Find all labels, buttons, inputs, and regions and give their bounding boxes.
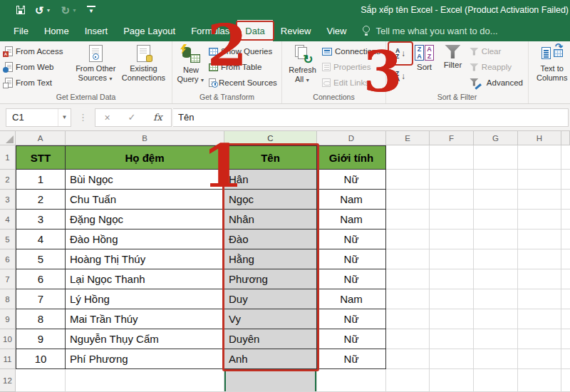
cancel-icon[interactable]: ×: [104, 112, 110, 123]
from-access-button[interactable]: A From Access: [3, 43, 73, 59]
cell-B6[interactable]: Hoàng Thị Thúy: [66, 249, 224, 269]
cell-A6[interactable]: 5: [16, 249, 66, 269]
cell-C2[interactable]: Hân: [224, 170, 317, 190]
col-header-E[interactable]: E: [386, 131, 430, 145]
cell-A4[interactable]: 3: [16, 210, 66, 229]
cell-F8[interactable]: [430, 289, 474, 309]
new-query-button[interactable]: New Query▼: [175, 43, 207, 85]
col-header-B[interactable]: B: [66, 131, 224, 145]
cell-C1[interactable]: Tên: [224, 145, 317, 170]
cell-H6[interactable]: [518, 249, 561, 269]
tab-page-layout[interactable]: Page Layout: [115, 20, 183, 41]
cell-A8[interactable]: 7: [16, 289, 66, 309]
sort-button[interactable]: ZA AZ Sort: [410, 43, 438, 72]
cell-G8[interactable]: [474, 289, 518, 309]
cell-E8[interactable]: [386, 289, 430, 309]
cell-A7[interactable]: 6: [16, 269, 66, 289]
cell-H5[interactable]: [518, 229, 561, 249]
row-header-11[interactable]: 11: [0, 349, 16, 369]
tab-view[interactable]: View: [318, 20, 354, 41]
cell-partial-10[interactable]: [561, 329, 570, 349]
cell-F2[interactable]: [430, 170, 474, 190]
cell-F3[interactable]: [430, 190, 474, 210]
cell-D9[interactable]: Nữ: [317, 309, 386, 329]
cell-partial-2[interactable]: [561, 170, 570, 190]
cell-H4[interactable]: [518, 210, 561, 229]
enter-check-icon[interactable]: ✓: [128, 112, 136, 123]
cell-G2[interactable]: [474, 170, 518, 190]
row-header-2[interactable]: 2: [0, 170, 16, 190]
properties-button[interactable]: Properties: [320, 59, 383, 75]
cell-A3[interactable]: 2: [16, 190, 66, 210]
cell-E3[interactable]: [386, 190, 430, 210]
name-box[interactable]: C1 ▼: [6, 108, 71, 127]
row-header-6[interactable]: 6: [0, 249, 16, 269]
formula-input[interactable]: Tên: [173, 108, 569, 127]
cell-E5[interactable]: [386, 229, 430, 249]
cell-G7[interactable]: [474, 269, 518, 289]
existing-connections-button[interactable]: Existing Connections: [118, 43, 169, 83]
cell-partial-4[interactable]: [561, 210, 570, 229]
edit-links-button[interactable]: Edit Links: [320, 75, 383, 91]
cell-C11[interactable]: Anh: [224, 349, 317, 369]
cell-C6[interactable]: Hằng: [224, 249, 317, 269]
cell-G12[interactable]: [474, 369, 518, 392]
cell-D4[interactable]: Nam: [317, 210, 386, 229]
cell-E10[interactable]: [386, 329, 430, 349]
cell-D5[interactable]: Nữ: [317, 229, 386, 249]
cell-G11[interactable]: [474, 349, 518, 369]
cell-C9[interactable]: Vy: [224, 309, 317, 329]
cell-B5[interactable]: Đào Hồng: [66, 229, 224, 249]
row-header-7[interactable]: 7: [0, 269, 16, 289]
cell-A10[interactable]: 9: [16, 329, 66, 349]
col-header-F[interactable]: F: [430, 131, 474, 145]
cell-B12[interactable]: [66, 369, 224, 392]
cell-partial-1[interactable]: [561, 145, 570, 170]
cell-E11[interactable]: [386, 349, 430, 369]
cell-B4[interactable]: Đặng Ngọc: [66, 210, 224, 229]
cell-partial-7[interactable]: [561, 269, 570, 289]
cell-E2[interactable]: [386, 170, 430, 190]
refresh-all-button[interactable]: ↻ Refresh All▼: [285, 43, 320, 85]
connections-button[interactable]: Connections: [320, 43, 383, 59]
advanced-filter-button[interactable]: Advanced: [467, 75, 525, 91]
cell-C5[interactable]: Đào: [224, 229, 317, 249]
cell-A1[interactable]: STT: [16, 145, 66, 170]
cell-F12[interactable]: [430, 369, 474, 392]
cell-A5[interactable]: 4: [16, 229, 66, 249]
cell-H3[interactable]: [518, 190, 561, 210]
cell-F1[interactable]: [430, 145, 474, 170]
cell-D1[interactable]: Giới tính: [317, 145, 386, 170]
filter-button[interactable]: Filter: [438, 43, 467, 70]
cell-partial-12[interactable]: [561, 369, 570, 392]
reapply-filter-button[interactable]: Reapply: [467, 59, 525, 75]
tab-review[interactable]: Review: [273, 20, 319, 41]
cell-C10[interactable]: Duyên: [224, 329, 317, 349]
cell-D12[interactable]: [317, 369, 386, 392]
row-header-8[interactable]: 8: [0, 289, 16, 309]
cell-B10[interactable]: Nguyễn Thụy Cẩm: [66, 329, 224, 349]
cell-C3[interactable]: Ngọc: [224, 190, 317, 210]
cell-A12[interactable]: [16, 369, 66, 392]
row-header-5[interactable]: 5: [0, 229, 16, 249]
tab-file[interactable]: File: [6, 20, 36, 41]
row-header-10[interactable]: 10: [0, 329, 16, 349]
cell-E4[interactable]: [386, 210, 430, 229]
cell-G5[interactable]: [474, 229, 518, 249]
cell-partial-11[interactable]: [561, 349, 570, 369]
from-web-button[interactable]: From Web: [3, 59, 73, 75]
cell-G1[interactable]: [474, 145, 518, 170]
cell-F4[interactable]: [430, 210, 474, 229]
cell-F7[interactable]: [430, 269, 474, 289]
cell-C8[interactable]: Duy: [224, 289, 317, 309]
col-header-D[interactable]: D: [317, 131, 386, 145]
cell-E7[interactable]: [386, 269, 430, 289]
cell-F11[interactable]: [430, 349, 474, 369]
tab-formulas[interactable]: Formulas: [183, 20, 237, 41]
sort-ascending-button[interactable]: AZ↓: [390, 43, 410, 63]
cell-G9[interactable]: [474, 309, 518, 329]
cell-B3[interactable]: Chu Tuấn: [66, 190, 224, 210]
col-header-H[interactable]: H: [518, 131, 561, 145]
name-box-dropdown-icon[interactable]: ▼: [58, 109, 71, 126]
sort-descending-button[interactable]: ZA↓: [390, 66, 410, 86]
